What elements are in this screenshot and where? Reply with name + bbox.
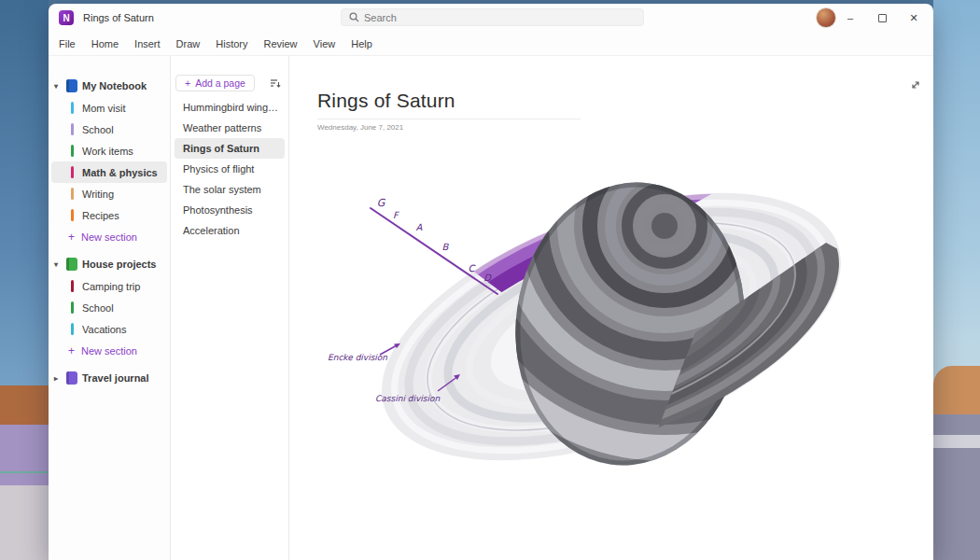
wallpaper-left [0,0,49,560]
search-icon [349,12,359,22]
section-label: Vacations [82,324,127,335]
wallpaper-shore [0,485,49,560]
ring-scale-line [371,208,497,294]
notebook-house-projects[interactable]: ▾ House projects [49,253,170,275]
new-section-label: New section [81,231,137,243]
new-section-button[interactable]: + New section [49,340,170,361]
section-color-bar [71,102,74,114]
sidebar-item-school-2[interactable]: School [51,297,167,318]
section-label: Work items [82,146,133,157]
expand-page-icon[interactable] [909,78,922,91]
cassini-division-label: Cassini division [375,394,440,403]
menu-history[interactable]: History [216,38,247,49]
page-item-photosynthesis[interactable]: Photosynthesis [175,200,285,220]
sidebar-item-work-items[interactable]: Work items [51,140,167,161]
sidebar-item-math-physics[interactable]: Math & physics [51,161,167,183]
page-item-weather[interactable]: Weather patterns [175,118,285,138]
sidebar-item-school[interactable]: School [51,119,167,140]
chevron-down-icon: ▾ [54,260,62,269]
page-item-acceleration[interactable]: Acceleration [175,220,285,241]
menu-draw[interactable]: Draw [176,38,201,49]
account-avatar[interactable] [816,7,836,28]
section-color-bar [71,280,74,292]
section-label: Recipes [82,210,119,221]
section-label: Camping trip [82,281,140,292]
search-input[interactable]: Search [341,8,644,26]
notebook-travel-journal[interactable]: ▸ Travel journal [49,367,170,389]
menu-help[interactable]: Help [351,38,372,49]
page-date: Wednesday, June 7, 2021 [317,123,933,132]
page-item-physics-of-flight[interactable]: Physics of flight [175,159,285,179]
ring-label-b: B [442,242,450,252]
sidebar-item-vacations[interactable]: Vacations [51,318,167,340]
section-label: School [82,302,114,314]
encke-division-label: Encke division [328,353,387,362]
section-label: School [82,124,114,135]
page-title[interactable]: Rings of Saturn [317,90,933,112]
page-item-hummingbird[interactable]: Hummingbird wing… [175,97,285,118]
section-color-bar [71,166,74,178]
add-page-button[interactable]: + Add a page [175,75,255,91]
wallpaper-water [0,425,49,485]
window-title: Rings of Saturn [83,12,154,23]
menu-review[interactable]: Review [264,38,298,49]
section-color-bar [71,145,74,157]
notebook-icon [66,79,77,92]
onenote-app-icon: N [59,10,74,25]
plus-icon: + [68,344,75,357]
menu-view[interactable]: View [314,38,336,49]
ring-label-f: F [393,210,399,220]
wallpaper-dune [933,366,980,414]
notebook-name: My Notebook [82,80,147,91]
section-label: Math & physics [82,167,158,178]
sidebar-item-mom-visit[interactable]: Mom visit [51,97,167,119]
notebook-sidebar: ▾ My Notebook Mom visit School Work item… [49,56,171,560]
maximize-button[interactable] [868,4,896,32]
notebook-name: Travel journal [82,372,149,384]
sort-pages-icon[interactable] [270,77,281,89]
page-item-solar-system[interactable]: The solar system [175,179,285,200]
chevron-right-icon: ▸ [54,374,62,383]
notebook-icon [66,371,77,385]
notebook-icon [66,258,77,271]
section-color-bar [71,323,74,335]
sidebar-item-recipes[interactable]: Recipes [51,204,167,226]
wallpaper-horizon-line [0,471,49,473]
section-color-bar [71,188,74,200]
menu-file[interactable]: File [59,38,76,49]
chevron-down-icon: ▾ [54,82,62,91]
section-color-bar [71,301,74,314]
ring-label-d: D [483,273,492,283]
close-button[interactable]: ✕ [900,4,928,32]
saturn-figure: G F A B C D Encke division Cassini divis… [289,142,933,560]
sidebar-item-writing[interactable]: Writing [51,183,167,204]
search-placeholder: Search [364,12,397,23]
wallpaper-dune [0,385,49,425]
section-color-bar [71,123,74,135]
ring-label-a: A [416,222,423,232]
notebook-my-notebook[interactable]: ▾ My Notebook [49,75,170,97]
ring-label-g: G [377,197,386,209]
plus-icon: + [68,231,75,244]
onenote-window: N Rings of Saturn Search – ✕ File Home I… [49,4,933,560]
section-label: Mom visit [82,103,125,114]
menu-home[interactable]: Home [91,38,119,49]
wallpaper-right [933,0,980,560]
new-section-button[interactable]: + New section [49,226,170,247]
sidebar-item-camping-trip[interactable]: Camping trip [51,275,167,297]
add-page-label: Add a page [195,77,245,89]
title-divider [317,119,581,119]
section-color-bar [71,209,74,221]
new-section-label: New section [81,345,137,357]
titlebar: N Rings of Saturn Search – ✕ [49,4,933,32]
notebook-name: House projects [82,259,156,270]
maximize-icon [878,14,887,22]
menu-insert[interactable]: Insert [134,38,161,49]
section-label: Writing [82,189,114,200]
page-item-rings-of-saturn[interactable]: Rings of Saturn [175,138,285,159]
wallpaper-water-highlight [933,435,980,448]
page-canvas[interactable]: Rings of Saturn Wednesday, June 7, 2021 [289,56,933,560]
main-area: ▾ My Notebook Mom visit School Work item… [49,56,933,560]
menu-bar: File Home Insert Draw History Review Vie… [49,32,933,56]
minimize-button[interactable]: – [836,4,864,32]
